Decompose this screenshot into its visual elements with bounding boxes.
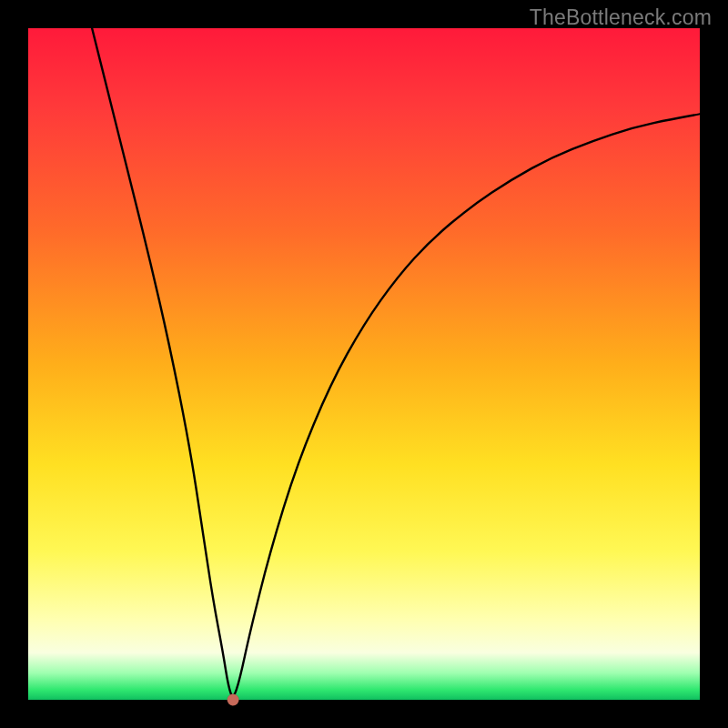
- bottleneck-curve-svg: [28, 28, 700, 700]
- watermark-text: TheBottleneck.com: [530, 5, 712, 30]
- min-point-marker: [228, 694, 239, 706]
- chart-frame: TheBottleneck.com: [0, 0, 728, 728]
- bottleneck-curve: [92, 28, 700, 696]
- plot-area: [28, 28, 700, 700]
